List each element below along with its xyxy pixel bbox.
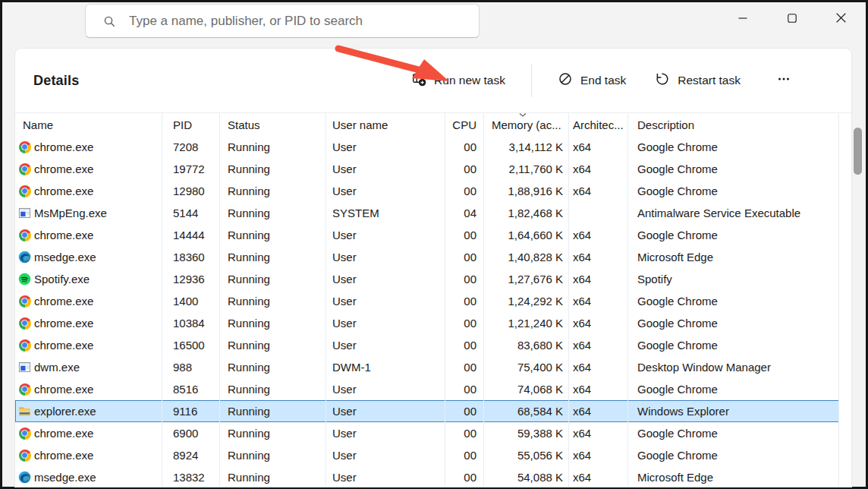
close-button[interactable]	[816, 2, 866, 35]
page-title: Details	[33, 73, 79, 89]
table-row[interactable]: msedge.exe 18360 Running User 00 1,40,82…	[15, 246, 839, 268]
column-header-cpu[interactable]: CPU	[445, 113, 484, 136]
column-header-status[interactable]: Status	[220, 113, 326, 136]
window-controls	[718, 2, 866, 35]
table-row[interactable]: chrome.exe 7208 Running User 00 3,14,112…	[15, 136, 839, 158]
search-input[interactable]	[127, 13, 479, 30]
end-task-label: End task	[580, 74, 626, 87]
table-row[interactable]: chrome.exe 8516 Running User 00 74,068 K…	[15, 378, 839, 400]
task-manager-window: Details Run new task End task Restart ta…	[0, 0, 868, 489]
vertical-scrollbar-thumb[interactable]	[854, 128, 862, 175]
maximize-button[interactable]	[767, 2, 816, 35]
search-bar[interactable]	[85, 4, 480, 38]
table-row[interactable]: chrome.exe 10384 Running User 00 1,21,24…	[15, 312, 839, 334]
edge-icon	[18, 251, 31, 263]
chrome-icon	[18, 317, 31, 330]
folder-icon	[18, 405, 31, 418]
column-header-pid[interactable]: PID	[162, 113, 220, 136]
column-header-memory[interactable]: Memory (ac...	[484, 113, 569, 136]
chrome-icon	[18, 162, 31, 175]
chevron-down-icon	[519, 113, 527, 117]
toolbar: Details Run new task End task Restart ta…	[15, 49, 851, 112]
table-row[interactable]: MsMpEng.exe 5144 Running SYSTEM 04 1,82,…	[15, 202, 839, 224]
search-icon	[102, 14, 115, 27]
more-options-button[interactable]	[771, 65, 797, 96]
minimize-icon	[738, 12, 747, 26]
minimize-button[interactable]	[718, 2, 767, 35]
end-task-button[interactable]: End task	[549, 65, 635, 96]
table-row[interactable]: chrome.exe 1400 Running User 00 1,24,292…	[15, 290, 839, 312]
details-panel: Details Run new task End task Restart ta…	[15, 49, 851, 487]
spotify-icon	[18, 273, 31, 286]
column-header-name[interactable]: Name	[15, 113, 162, 136]
default-window-icon	[18, 361, 31, 374]
end-task-icon	[558, 71, 573, 90]
table-body: chrome.exe 7208 Running User 00 3,14,112…	[15, 136, 839, 487]
table-row[interactable]: chrome.exe 12980 Running User 00 1,88,91…	[15, 180, 839, 202]
column-header-architecture[interactable]: Architec...	[569, 113, 628, 136]
process-table: Name PID Status User name CPU Memory (ac…	[15, 112, 851, 487]
chrome-icon	[18, 383, 31, 396]
table-row[interactable]: chrome.exe 8924 Running User 00 55,056 K…	[15, 444, 839, 466]
chrome-icon	[18, 449, 31, 462]
table-header: Name PID Status User name CPU Memory (ac…	[15, 113, 839, 136]
table-row[interactable]: chrome.exe 19772 Running User 00 2,11,76…	[15, 158, 839, 180]
restart-task-button[interactable]: Restart task	[646, 65, 750, 96]
close-icon	[836, 12, 846, 26]
default-window-icon	[18, 207, 31, 219]
table-row[interactable]: Spotify.exe 12936 Running User 00 1,27,6…	[15, 268, 839, 290]
column-header-description[interactable]: Description	[628, 113, 839, 136]
chrome-icon	[18, 185, 31, 197]
table-row[interactable]: explorer.exe 9116 Running User 00 68,584…	[15, 400, 839, 422]
edge-icon	[18, 471, 31, 484]
table-row[interactable]: dwm.exe 988 Running DWM-1 00 75,400 K x6…	[15, 356, 839, 378]
column-header-user-name[interactable]: User name	[326, 113, 445, 136]
chrome-icon	[18, 140, 31, 153]
restart-task-icon	[655, 71, 670, 90]
more-icon	[777, 72, 791, 89]
restart-task-label: Restart task	[678, 74, 741, 87]
table-row[interactable]: chrome.exe 6900 Running User 00 59,388 K…	[15, 422, 839, 444]
chrome-icon	[18, 339, 31, 352]
chrome-icon	[18, 295, 31, 308]
chrome-icon	[18, 229, 31, 241]
toolbar-divider	[531, 64, 532, 97]
chrome-icon	[18, 427, 31, 440]
run-new-task-label: Run new task	[434, 74, 505, 87]
maximize-icon	[788, 12, 797, 26]
table-row[interactable]: chrome.exe 14444 Running User 00 1,64,66…	[15, 224, 839, 246]
run-new-task-button[interactable]: Run new task	[402, 65, 514, 96]
table-row[interactable]: chrome.exe 16500 Running User 00 83,680 …	[15, 334, 839, 356]
run-new-task-icon	[411, 71, 426, 90]
table-row[interactable]: msedge.exe 13832 Running User 00 54,088 …	[15, 466, 839, 487]
